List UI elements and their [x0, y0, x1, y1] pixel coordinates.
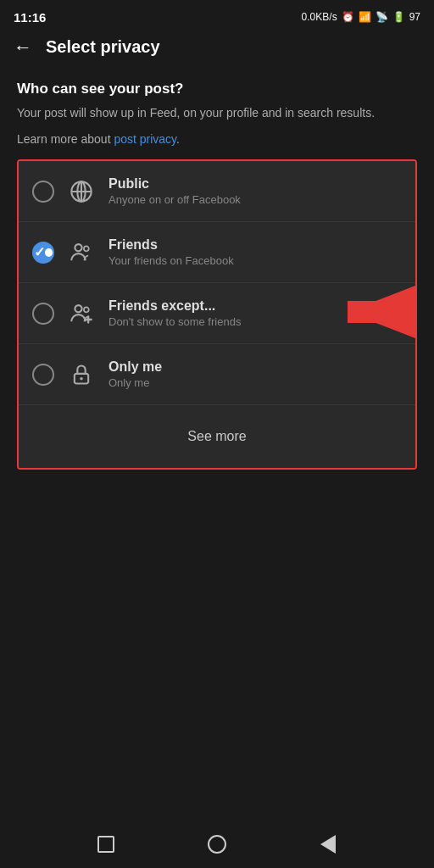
option-friends-except[interactable]: Friends except... Don't show to some fri…	[19, 283, 415, 344]
friends-icon	[66, 237, 97, 268]
toolbar: ← Select privacy	[0, 31, 434, 67]
option-only-me-label: Only me	[108, 359, 402, 375]
svg-point-5	[84, 246, 89, 251]
friends-except-icon	[66, 298, 97, 329]
content-area: Who can see your post? Your post will sh…	[0, 67, 434, 480]
radio-only-me	[32, 364, 54, 386]
wifi-icon: 📡	[376, 11, 388, 23]
option-only-me[interactable]: Only me Only me	[19, 344, 415, 405]
see-more-label: See more	[187, 429, 246, 444]
option-friends-text: Friends Your friends on Facebook	[108, 237, 402, 267]
toolbar-title: Select privacy	[46, 37, 160, 57]
option-public-label: Public	[108, 176, 402, 192]
option-public[interactable]: Public Anyone on or off Facebook	[19, 161, 415, 222]
alarm-icon: ⏰	[342, 11, 354, 23]
square-icon	[97, 836, 114, 853]
svg-point-6	[75, 305, 81, 312]
bottom-navigation	[0, 821, 434, 868]
option-friends-except-sublabel: Don't show to some friends	[108, 315, 402, 328]
section-description: Your post will show up in Feed, on your …	[17, 104, 417, 122]
battery-icon: 🔋	[392, 11, 405, 23]
status-bar: 11:16 0.0KB/s ⏰ 📶 📡 🔋 97	[0, 0, 434, 31]
back-button[interactable]: ←	[14, 38, 32, 57]
option-friends-label: Friends	[108, 237, 402, 253]
svg-point-7	[84, 307, 89, 312]
section-heading: Who can see your post?	[17, 81, 417, 97]
network-speed: 0.0KB/s	[302, 11, 337, 23]
svg-point-4	[75, 244, 81, 251]
learn-more-text: Learn more about post privacy.	[17, 132, 417, 146]
option-friends[interactable]: ✓ Friends Your friends on Facebook	[19, 222, 415, 283]
battery-level: 97	[409, 11, 420, 23]
status-time: 11:16	[14, 10, 46, 25]
signal-icon: 📶	[359, 11, 371, 23]
option-public-text: Public Anyone on or off Facebook	[108, 176, 402, 206]
radio-public	[32, 181, 54, 203]
nav-recents-button[interactable]	[94, 832, 118, 856]
status-icons: 0.0KB/s ⏰ 📶 📡 🔋 97	[302, 11, 420, 23]
radio-friends: ✓	[32, 242, 54, 264]
triangle-icon	[320, 835, 336, 854]
radio-friends-except	[32, 303, 54, 325]
circle-icon	[208, 835, 226, 854]
nav-back-button[interactable]	[316, 832, 340, 856]
option-public-sublabel: Anyone on or off Facebook	[108, 193, 402, 206]
option-only-me-sublabel: Only me	[108, 376, 402, 389]
option-friends-except-label: Friends except...	[108, 298, 402, 314]
option-friends-sublabel: Your friends on Facebook	[108, 254, 402, 267]
privacy-options-list: Public Anyone on or off Facebook ✓ Frien…	[17, 159, 417, 470]
see-more-option[interactable]: See more	[19, 405, 415, 468]
option-friends-except-text: Friends except... Don't show to some fri…	[108, 298, 402, 328]
lock-icon	[66, 359, 97, 390]
post-privacy-link[interactable]: post privacy	[114, 132, 176, 146]
nav-home-button[interactable]	[205, 832, 229, 856]
option-only-me-text: Only me Only me	[108, 359, 402, 389]
svg-point-13	[80, 376, 83, 380]
globe-icon	[66, 176, 97, 207]
